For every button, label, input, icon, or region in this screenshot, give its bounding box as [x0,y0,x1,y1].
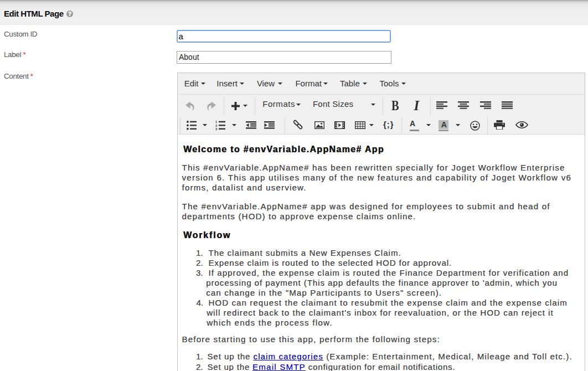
svg-text:2: 2 [215,123,217,127]
svg-text:3: 3 [215,127,218,130]
svg-text:1: 1 [215,121,218,123]
